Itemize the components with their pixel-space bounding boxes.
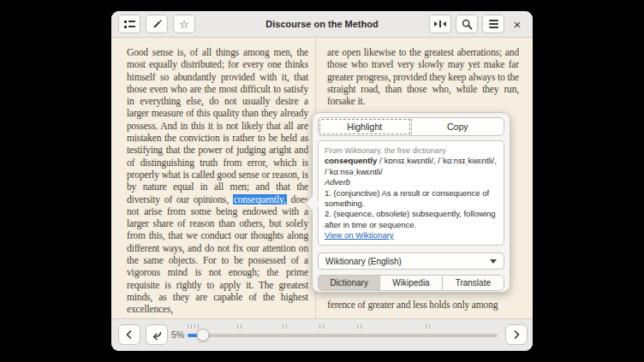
part-of-speech: Adverb [325,177,498,187]
tab-dictionary[interactable]: Dictionary [318,275,380,291]
book-text-before-selection: Good sense is, of all things among men, … [127,47,308,205]
search-icon [462,19,473,30]
book-column-left: Good sense is, of all things among men, … [127,46,308,318]
dictionary-headword-line: consequently /ˈkɒnsɪˌkwɛntli/, /ˈkɑːnsɪˌ… [325,156,498,177]
selected-word[interactable]: consequently, [233,194,287,205]
slider-tick [426,324,426,329]
slider-tick [361,324,361,329]
pencil-icon [152,19,163,30]
annotations-button[interactable] [146,15,168,33]
menu-button[interactable] [482,15,504,33]
navigation-bar: 5% [111,318,533,351]
header-bar: ☆ Discourse on the Method [111,11,533,38]
navbar-toggle-button[interactable] [429,15,451,33]
dictionary-source-dropdown[interactable]: Wiktionary (English) [318,252,504,270]
view-on-wiktionary-link[interactable]: View on Wiktionary [325,230,394,240]
progress-percentage: 5% [171,329,184,340]
chevron-left-icon [124,329,134,340]
definition-2: 2. (sequence, obsolete) subsequently, fo… [325,209,498,230]
dictionary-result: From Wiktionary, the free dictionary con… [318,140,504,246]
close-icon: × [514,18,522,31]
slider-ticks [188,324,498,329]
slider-tick [191,324,192,329]
list-icon [124,21,135,28]
slider-tick [357,324,358,329]
previous-page-button[interactable] [118,324,140,345]
next-page-button[interactable] [505,324,528,345]
definition-1: 1. (conjunctive) As a result or conseque… [325,188,498,210]
dictionary-source-line: From Wiktionary, the free dictionary [325,145,498,156]
slider-tick [286,324,287,329]
screen: ☆ Discourse on the Method [0,0,644,362]
tab-wikipedia[interactable]: Wikipedia [379,275,442,291]
dropdown-selected-value: Wiktionary (English) [325,257,402,266]
collapse-horizontal-icon [434,20,446,28]
selection-popover: Highlight Copy From Wiktionary, the free… [312,112,510,293]
header-left-group: ☆ [118,15,195,33]
ebook-reader-window: ☆ Discourse on the Method [111,11,533,351]
slider-tick [194,324,195,329]
lookup-mode-tabs: Dictionary Wikipedia Translate [318,275,504,291]
slider-tick [241,324,242,329]
book-view: Good sense is, of all things among men, … [111,38,533,318]
book-partial-line: ference of greater and less holds only a… [327,299,519,311]
slider-tick [283,324,283,329]
contents-button[interactable] [118,15,140,33]
slider-handle[interactable] [197,329,210,341]
go-back-button[interactable] [146,324,168,345]
copy-button[interactable]: Copy [411,117,505,136]
slider-track[interactable] [188,334,498,337]
slider-tick [188,324,188,329]
bookmark-button[interactable]: ☆ [173,15,195,33]
selection-actions: Highlight Copy [318,117,504,136]
search-button[interactable] [456,15,478,33]
slider-tick [198,324,199,329]
dictionary-word: consequently [325,156,377,165]
slider-tick [323,324,324,329]
star-icon: ☆ [179,19,189,30]
slider-tick [319,324,320,329]
chevron-down-icon [490,259,497,264]
highlight-button[interactable]: Highlight [318,117,412,136]
slider-tick [429,324,430,329]
book-text-after-selection: does not arise from some being endowed w… [127,194,308,315]
tab-translate[interactable]: Translate [442,275,504,291]
header-right-group: × [429,15,526,33]
close-button[interactable]: × [509,15,526,33]
slider-tick [237,324,238,329]
chevron-right-icon [511,329,522,340]
location-slider[interactable] [188,319,498,351]
hamburger-menu-icon [489,20,498,28]
back-arrow-icon [151,329,163,341]
